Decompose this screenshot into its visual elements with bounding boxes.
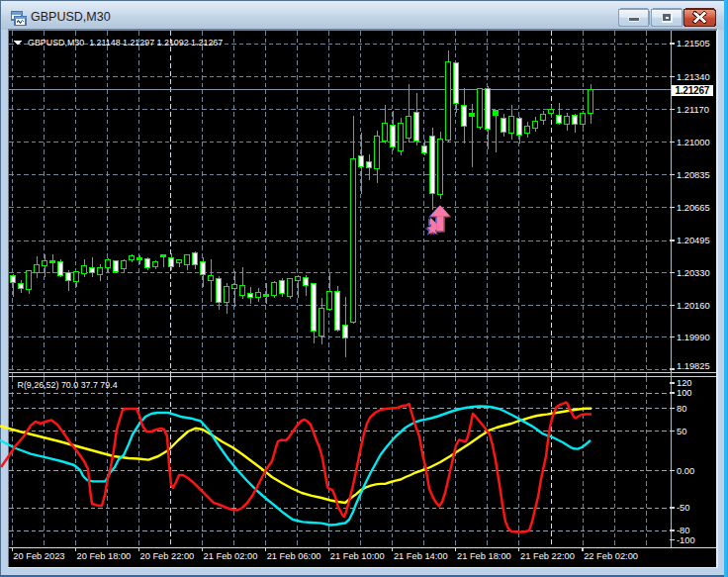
svg-text:80: 80 bbox=[677, 404, 686, 414]
svg-text:1.20835: 1.20835 bbox=[677, 170, 710, 180]
svg-text:GBPUSD,M30: GBPUSD,M30 bbox=[31, 10, 111, 24]
svg-text:1.20160: 1.20160 bbox=[677, 301, 710, 311]
svg-text:-80: -80 bbox=[677, 526, 689, 535]
svg-text:21 Feb 10:00: 21 Feb 10:00 bbox=[330, 551, 385, 561]
svg-text:21 Feb 06:00: 21 Feb 06:00 bbox=[267, 551, 321, 561]
svg-text:21 Feb 22:00: 21 Feb 22:00 bbox=[520, 551, 575, 561]
svg-text:120: 120 bbox=[677, 378, 692, 388]
svg-text:20 Feb 18:00: 20 Feb 18:00 bbox=[77, 551, 132, 561]
svg-text:20 Feb 22:00: 20 Feb 22:00 bbox=[140, 551, 195, 561]
svg-text:1.21267: 1.21267 bbox=[675, 85, 709, 96]
svg-text:21 Feb 14:00: 21 Feb 14:00 bbox=[394, 551, 448, 561]
svg-text:1.21000: 1.21000 bbox=[677, 138, 710, 147]
svg-text:1.19825: 1.19825 bbox=[677, 361, 710, 371]
svg-text:R(9,26,52) 70.0 37.7 79.4: R(9,26,52) 70.0 37.7 79.4 bbox=[18, 380, 118, 390]
svg-text:22 Feb 02:00: 22 Feb 02:00 bbox=[584, 551, 638, 561]
svg-text:1.19990: 1.19990 bbox=[677, 333, 710, 342]
svg-text:1.21505: 1.21505 bbox=[677, 39, 710, 48]
svg-text:-100: -100 bbox=[677, 535, 695, 545]
svg-text:0.00: 0.00 bbox=[677, 466, 694, 476]
svg-text:1.20665: 1.20665 bbox=[677, 203, 710, 213]
svg-text:21 Feb 02:00: 21 Feb 02:00 bbox=[204, 551, 258, 561]
svg-text:100: 100 bbox=[677, 388, 692, 398]
svg-text:1.21170: 1.21170 bbox=[677, 105, 709, 115]
svg-text:1.20330: 1.20330 bbox=[677, 268, 710, 278]
svg-text:GBPUSD,M30 1.21148 1.21297 1.: GBPUSD,M30 1.21148 1.21297 1.21092 1.212… bbox=[28, 38, 223, 48]
svg-text:1.20495: 1.20495 bbox=[677, 236, 710, 245]
svg-text:50: 50 bbox=[677, 427, 686, 436]
svg-text:-50: -50 bbox=[677, 503, 689, 513]
svg-text:20 Feb 2023: 20 Feb 2023 bbox=[13, 551, 64, 561]
svg-text:1.21340: 1.21340 bbox=[677, 72, 710, 82]
svg-text:21 Feb 18:00: 21 Feb 18:00 bbox=[457, 551, 511, 561]
